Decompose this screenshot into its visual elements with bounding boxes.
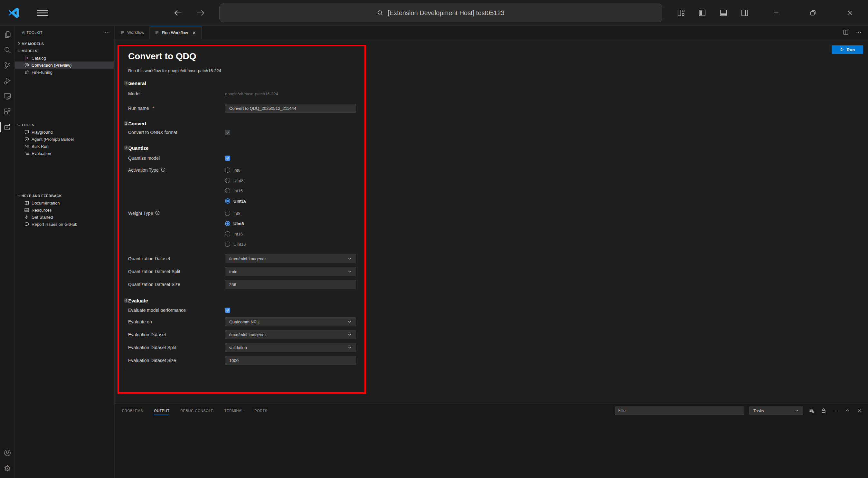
sidebar-item-report-issues-github[interactable]: Report Issues on GitHub <box>15 221 114 228</box>
evaluate-performance-checkbox[interactable] <box>225 308 230 313</box>
evaluation-dataset-split-row: Evaluation Dataset Split validation <box>128 343 358 352</box>
radio-activation-int8[interactable]: Int8 <box>225 168 246 173</box>
run-workflow-button[interactable]: Run <box>832 46 863 54</box>
panel-tab-output[interactable]: OUTPUT <box>154 408 169 414</box>
weight-type-label: Weight Type <box>128 211 225 247</box>
radio-weight-uint8[interactable]: UInt8 <box>225 221 246 226</box>
radio-weight-uint16[interactable]: UInt16 <box>225 242 246 247</box>
minimize-icon[interactable] <box>758 0 795 26</box>
section-number-badge: 3 <box>124 145 129 150</box>
sidebar-item-fine-tuning[interactable]: Fine-tuning <box>15 69 114 76</box>
editor-tab-bar: Workflow Run Workflow ⋯ <box>115 26 868 39</box>
radio-activation-uint16[interactable]: UInt16 <box>225 199 246 204</box>
lock-icon[interactable] <box>820 407 827 414</box>
sidebar-item-agent-prompt-builder[interactable]: Agent (Prompt) Builder <box>15 136 114 143</box>
activation-type-row: Activation Type Int8 UInt8 <box>128 168 358 204</box>
evaluation-dataset-split-dropdown[interactable]: validation <box>225 343 356 352</box>
sidebar-more-actions-icon[interactable]: ⋯ <box>105 31 110 34</box>
run-name-label: Run name* <box>128 106 225 111</box>
restore-icon[interactable] <box>795 0 831 26</box>
sidebar-item-bulk-run[interactable]: Bulk Run <box>15 143 114 150</box>
clear-output-icon[interactable] <box>808 407 815 414</box>
quantize-model-row: Quantize model <box>128 156 358 161</box>
menu-icon[interactable] <box>36 8 50 18</box>
quantization-dataset-split-dropdown[interactable]: train <box>225 267 356 276</box>
radio-weight-int8[interactable]: Int8 <box>225 211 246 216</box>
radio-activation-uint8[interactable]: UInt8 <box>225 178 246 183</box>
info-icon[interactable] <box>155 211 160 215</box>
sliders-icon <box>24 69 29 75</box>
sidebar-section-my-models[interactable]: MY MODELS <box>15 40 114 47</box>
chevron-down-icon <box>347 257 352 261</box>
editor-more-actions-icon[interactable]: ⋯ <box>855 29 862 36</box>
settings-gear-icon[interactable]: ⚙ <box>0 460 15 476</box>
quantization-dataset-size-row: Quantization Dataset Size <box>128 280 358 289</box>
panel-tab-terminal[interactable]: TERMINAL <box>224 408 244 414</box>
sidebar: AI TOOLKIT ⋯ MY MODELS MODELS Catalog Co… <box>15 26 115 478</box>
sidebar-item-evaluation[interactable]: Evaluation <box>15 150 114 157</box>
close-tab-icon[interactable] <box>192 31 196 35</box>
activation-type-radio-group: Int8 UInt8 Int16 UInt16 <box>225 168 246 204</box>
split-editor-icon[interactable] <box>843 29 849 35</box>
section-number-badge: 1 <box>124 81 129 86</box>
output-filter-input[interactable] <box>615 407 744 415</box>
account-icon[interactable] <box>0 445 15 460</box>
source-control-icon[interactable] <box>0 58 15 73</box>
sidebar-item-playground[interactable]: Playground <box>15 128 114 136</box>
explorer-icon[interactable] <box>0 27 15 42</box>
quantize-model-checkbox[interactable] <box>225 156 230 161</box>
output-channel-dropdown[interactable]: Tasks <box>749 407 803 415</box>
section-convert: 2 Convert <box>128 121 358 126</box>
sidebar-item-get-started[interactable]: Get Started <box>15 214 114 221</box>
weight-type-row: Weight Type Int8 UInt8 <box>128 211 358 247</box>
radio-weight-int16[interactable]: Int16 <box>225 231 246 236</box>
search-view-icon[interactable] <box>0 42 15 58</box>
sidebar-section-models[interactable]: MODELS <box>15 47 114 54</box>
sidebar-section-help-feedback[interactable]: HELP AND FEEDBACK <box>15 192 114 199</box>
panel-tab-debug-console[interactable]: DEBUG CONSOLE <box>180 408 213 414</box>
remote-explorer-icon[interactable] <box>0 89 15 104</box>
model-label: Model <box>128 91 225 96</box>
customize-layout-icon[interactable] <box>676 8 686 18</box>
quantization-dataset-dropdown[interactable]: timm/mini-imagenet <box>225 254 356 263</box>
ai-toolkit-icon[interactable] <box>0 119 15 135</box>
extensions-icon[interactable] <box>0 104 15 119</box>
close-window-icon[interactable] <box>831 0 868 26</box>
model-value: google/vit-base-patch16-224 <box>225 91 278 96</box>
panel-more-actions-icon[interactable]: ⋯ <box>832 407 839 414</box>
sidebar-item-conversion-preview[interactable]: Conversion (Preview) <box>15 62 114 69</box>
quantization-dataset-size-input[interactable] <box>225 280 356 289</box>
chevron-down-icon <box>347 320 352 324</box>
evaluation-dataset-size-row: Evaluation Dataset Size <box>128 356 358 365</box>
sidebar-item-documentation[interactable]: Documentation <box>15 199 114 206</box>
book-icon <box>24 200 29 206</box>
toggle-secondary-sidebar-icon[interactable] <box>740 8 749 18</box>
sidebar-item-catalog[interactable]: Catalog <box>15 54 114 62</box>
red-annotation-rectangle: Convert to QDQ Run this workflow for goo… <box>118 45 366 394</box>
radio-activation-int16[interactable]: Int16 <box>225 188 246 193</box>
run-name-input[interactable] <box>225 104 356 113</box>
evaluation-dataset-dropdown[interactable]: timm/mini-imagenet <box>225 330 356 339</box>
sidebar-section-tools[interactable]: TOOLS <box>15 121 114 128</box>
evaluation-dataset-size-input[interactable] <box>225 356 356 365</box>
evaluation-dataset-row: Evaluation Dataset timm/mini-imagenet <box>128 330 358 339</box>
tab-run-workflow[interactable]: Run Workflow <box>150 26 202 39</box>
model-row: Model google/vit-base-patch16-224 <box>128 91 358 96</box>
panel-tab-ports[interactable]: PORTS <box>254 408 267 414</box>
evaluate-on-dropdown[interactable]: Qualcomm NPU <box>225 317 356 326</box>
chevron-down-icon <box>17 123 22 127</box>
command-center[interactable]: [Extension Development Host] test05123 <box>219 4 662 22</box>
toggle-panel-icon[interactable] <box>719 8 728 18</box>
section-number-badge: 2 <box>124 121 129 126</box>
maximize-panel-icon[interactable] <box>844 407 851 414</box>
sidebar-item-resources[interactable]: Resources <box>15 206 114 214</box>
info-icon[interactable] <box>161 168 165 172</box>
close-panel-icon[interactable] <box>856 407 863 414</box>
forward-arrow-icon[interactable] <box>195 7 206 19</box>
back-arrow-icon[interactable] <box>172 7 184 19</box>
toggle-primary-sidebar-icon[interactable] <box>698 8 707 18</box>
panel-tab-problems[interactable]: PROBLEMS <box>122 408 143 414</box>
run-debug-icon[interactable] <box>0 73 15 89</box>
tab-workflow[interactable]: Workflow <box>115 26 150 39</box>
search-icon <box>377 10 383 16</box>
